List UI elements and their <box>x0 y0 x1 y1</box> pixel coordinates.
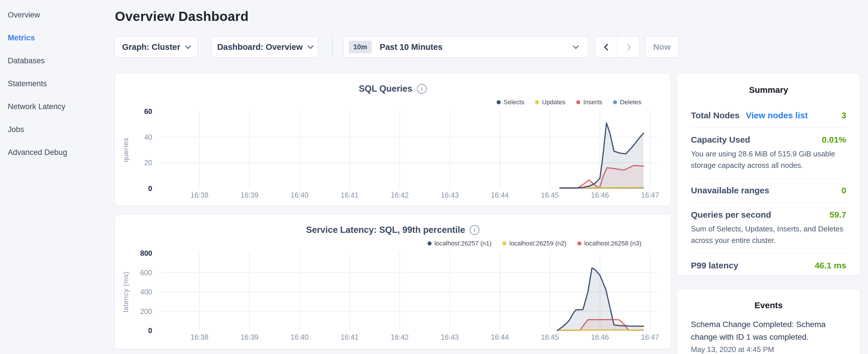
svg-text:16:46: 16:46 <box>591 333 609 341</box>
event-text: Schema Change Completed: Schema change w… <box>691 318 846 344</box>
sidebar: OverviewMetricsDatabasesStatementsNetwor… <box>0 0 115 354</box>
view-nodes-link[interactable]: View nodes list <box>746 110 808 120</box>
svg-text:16:42: 16:42 <box>391 191 409 199</box>
svg-text:800: 800 <box>140 249 152 257</box>
svg-text:16:39: 16:39 <box>241 191 258 199</box>
dashboard-dropdown-label: Dashboard: Overview <box>217 42 303 52</box>
summary-row-description: You are using 28.6 MiB of 515.9 GiB usab… <box>691 148 846 171</box>
svg-text:0: 0 <box>148 326 152 334</box>
sidebar-item-network-latency[interactable]: Network Latency <box>8 95 115 118</box>
svg-text:16:45: 16:45 <box>541 333 559 341</box>
now-button[interactable]: Now <box>645 36 679 58</box>
summary-row-label: Queries per second <box>691 210 771 220</box>
svg-text:600: 600 <box>140 269 152 277</box>
sidebar-item-metrics[interactable]: Metrics <box>8 26 115 49</box>
summary-row-label: Unavailable ranges <box>691 186 769 195</box>
time-step-group <box>595 36 640 58</box>
dashboard-dropdown[interactable]: Dashboard: Overview <box>212 36 318 58</box>
summary-title: Summary <box>691 85 846 95</box>
summary-row-description: Sum of Selects, Updates, Inserts, and De… <box>691 223 846 246</box>
summary-row-label: Total Nodes <box>691 110 739 120</box>
svg-text:40: 40 <box>144 133 152 141</box>
svg-text:16:40: 16:40 <box>290 191 309 199</box>
summary-rows: Total NodesView nodes list3Capacity Used… <box>691 103 846 278</box>
svg-text:16:38: 16:38 <box>191 191 209 199</box>
time-range-badge: 10m <box>349 41 372 53</box>
page-title: Overview Dashboard <box>115 9 249 24</box>
summary-row: Queries per second59.7Sum of Selects, Up… <box>691 203 846 253</box>
svg-text:16:43: 16:43 <box>441 191 459 199</box>
svg-text:60: 60 <box>144 107 152 116</box>
chevron-right-icon <box>624 43 631 51</box>
events-title: Events <box>691 300 846 310</box>
svg-text:16:41: 16:41 <box>341 191 359 199</box>
time-prev-button[interactable] <box>595 37 617 57</box>
summary-row-value: 46.1 ms <box>815 261 846 270</box>
summary-row: Unavailable ranges0 <box>691 179 846 202</box>
service-latency-card: Service Latency: SQL, 99th percentile i … <box>115 214 671 349</box>
chevron-down-icon <box>308 43 313 49</box>
summary-row-label: P99 latency <box>691 261 738 270</box>
summary-row-value: 59.7 <box>830 210 846 220</box>
svg-text:16:45: 16:45 <box>541 191 559 199</box>
time-next-button[interactable] <box>617 37 639 57</box>
svg-text:latency (ms): latency (ms) <box>122 271 129 313</box>
svg-text:200: 200 <box>140 307 152 315</box>
sidebar-item-advanced-debug[interactable]: Advanced Debug <box>8 141 115 164</box>
svg-text:16:43: 16:43 <box>441 333 459 341</box>
summary-row: Capacity Used0.01%You are using 28.6 MiB… <box>691 128 846 178</box>
controls-divider <box>332 38 333 56</box>
chevron-left-icon <box>604 43 611 51</box>
svg-text:0: 0 <box>148 185 152 192</box>
summary-row-value: 3 <box>841 110 846 120</box>
svg-text:queries: queries <box>122 138 129 162</box>
events-panel: Events Schema Change Completed: Schema c… <box>677 289 860 354</box>
svg-text:16:42: 16:42 <box>391 333 409 341</box>
svg-text:20: 20 <box>144 159 152 167</box>
graph-dropdown[interactable]: Graph: Cluster <box>115 36 198 58</box>
summary-row-label: Capacity Used <box>691 135 750 144</box>
svg-text:16:41: 16:41 <box>341 333 359 341</box>
time-range-dropdown[interactable]: 10m Past 10 Minutes <box>343 36 588 58</box>
svg-text:400: 400 <box>140 288 152 296</box>
svg-text:16:46: 16:46 <box>591 191 609 199</box>
summary-row: P99 latency46.1 ms <box>691 254 846 278</box>
svg-text:16:44: 16:44 <box>491 191 509 199</box>
event-timestamp: May 13, 2020 at 4:45 PM <box>691 345 846 354</box>
summary-row-value: 0 <box>841 186 846 195</box>
svg-text:16:47: 16:47 <box>641 333 659 341</box>
sidebar-item-statements[interactable]: Statements <box>8 72 115 95</box>
chevron-down-icon <box>573 43 579 49</box>
svg-text:16:39: 16:39 <box>241 333 258 341</box>
event-item[interactable]: Schema Change Completed: Schema change w… <box>691 318 846 354</box>
svg-text:16:47: 16:47 <box>641 191 659 199</box>
graph-dropdown-label: Graph: Cluster <box>122 42 180 52</box>
events-list: Schema Change Completed: Schema change w… <box>691 318 846 354</box>
chevron-down-icon <box>185 43 191 49</box>
summary-row-value: 0.01% <box>822 135 846 144</box>
svg-text:16:44: 16:44 <box>491 333 509 341</box>
summary-panel: Summary Total NodesView nodes list3Capac… <box>677 73 860 276</box>
sidebar-item-databases[interactable]: Databases <box>8 49 115 72</box>
sidebar-item-jobs[interactable]: Jobs <box>8 118 115 141</box>
summary-row: Total NodesView nodes list3 <box>691 103 846 127</box>
sql-queries-card: SQL Queries i SelectsUpdatesInsertsDelet… <box>115 73 671 206</box>
sidebar-item-overview[interactable]: Overview <box>8 3 115 26</box>
svg-text:16:40: 16:40 <box>290 333 309 341</box>
time-range-label: Past 10 Minutes <box>380 42 574 52</box>
svg-text:16:38: 16:38 <box>191 333 209 341</box>
